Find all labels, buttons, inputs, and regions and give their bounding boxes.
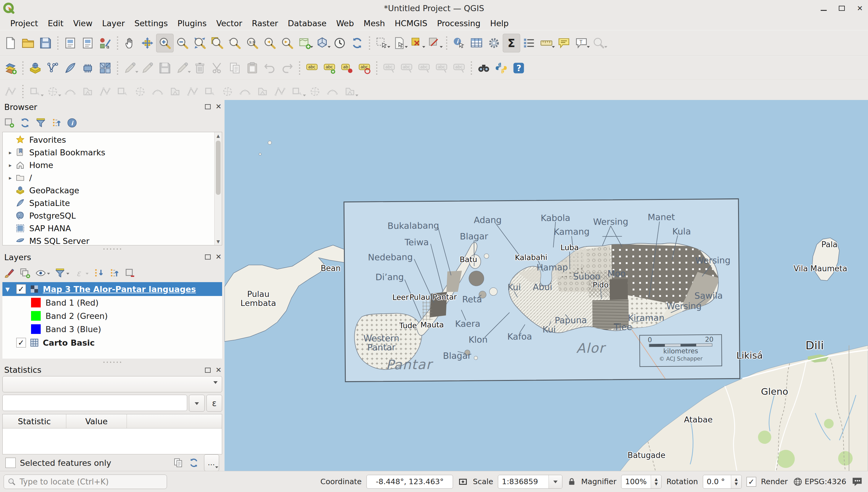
statistics-options-button[interactable]: … (204, 454, 219, 471)
open-attribute-table-button[interactable] (468, 34, 485, 52)
menu-processing[interactable]: Processing (432, 18, 485, 29)
deselect-features-button[interactable] (408, 34, 426, 52)
browser-item-geopackage[interactable]: GeoPackage (3, 184, 222, 197)
copy-move-feature-button[interactable] (44, 82, 62, 101)
select-by-value-button[interactable] (391, 34, 408, 52)
vertex-tool-button[interactable] (289, 82, 306, 101)
browser-item-favorites[interactable]: Favorites (3, 133, 222, 146)
menu-help[interactable]: Help (485, 18, 514, 29)
rotate-point-symbols-button[interactable] (306, 82, 324, 101)
delete-ring-button[interactable] (149, 82, 166, 101)
layer-row-map3[interactable]: ▼ ✓ Map 3 The Alor-Pantar languages (2, 282, 222, 296)
menu-layer[interactable]: Layer (97, 18, 130, 29)
zoom-in-button[interactable] (156, 34, 173, 52)
new-layout-button[interactable] (62, 34, 79, 52)
offset-point-symbols-button[interactable] (324, 82, 341, 101)
band-row-red[interactable]: Band 1 (Red) (2, 296, 222, 309)
zoom-next-button[interactable] (279, 34, 296, 52)
extents-toggle-icon[interactable] (458, 477, 468, 487)
move-feature-button[interactable] (26, 82, 44, 101)
fill-ring-button[interactable] (132, 82, 149, 101)
map-tips-button[interactable] (555, 34, 573, 52)
new-geopackage-button[interactable] (26, 59, 44, 77)
save-edits-button[interactable] (156, 59, 173, 77)
expression-builder-button[interactable]: ε (207, 395, 222, 412)
browser-item-sap-hana[interactable]: SAP HANA (3, 222, 222, 235)
layer-checkbox[interactable]: ✓ (16, 338, 26, 347)
new-mesh-layer-button[interactable] (79, 59, 96, 77)
toggle-editing-button[interactable] (139, 59, 156, 77)
scroll-thumb[interactable] (216, 141, 220, 195)
minimize-button[interactable] (820, 4, 828, 13)
locator-input[interactable] (19, 477, 153, 487)
zoom-to-selection-button[interactable] (209, 34, 226, 52)
filter-browser-button[interactable] (35, 117, 46, 128)
copy-features-button[interactable] (226, 59, 243, 77)
browser-float-icon[interactable] (205, 104, 211, 109)
menu-database[interactable]: Database (283, 18, 331, 29)
menu-settings[interactable]: Settings (130, 18, 173, 29)
layers-float-icon[interactable] (205, 254, 211, 260)
refresh-button[interactable] (348, 34, 366, 52)
band-row-blue[interactable]: Band 3 (Blue) (2, 322, 222, 336)
remove-layer-button[interactable] (124, 267, 136, 279)
layout-manager-button[interactable] (79, 34, 96, 52)
delete-part-button[interactable] (166, 82, 184, 101)
data-source-manager-button[interactable] (2, 59, 19, 77)
layer-list-button[interactable] (520, 34, 538, 52)
digitize-shape-button[interactable] (2, 82, 19, 101)
statistics-field-input[interactable] (2, 395, 187, 411)
add-part-button[interactable] (114, 82, 132, 101)
simplify-feature-button[interactable] (79, 82, 96, 101)
panel-splitter[interactable] (0, 248, 225, 250)
menu-mesh[interactable]: Mesh (359, 18, 390, 29)
label-move-button[interactable] (415, 59, 433, 77)
zoom-last-button[interactable] (261, 34, 279, 52)
menu-vector[interactable]: Vector (212, 18, 247, 29)
collapse-all-layers-button[interactable] (109, 267, 120, 279)
restore-button[interactable] (838, 4, 846, 13)
temporal-controller-button[interactable] (331, 34, 348, 52)
expand-arrow-icon[interactable]: ▸ (5, 175, 15, 181)
menu-view[interactable]: View (68, 18, 97, 29)
scroll-up-icon[interactable]: ▲ (217, 132, 220, 140)
value-column-header[interactable]: Value (66, 414, 127, 428)
browser-close-icon[interactable]: ✕ (215, 103, 221, 110)
menu-hcmgis[interactable]: HCMGIS (390, 18, 432, 29)
recalculate-icon[interactable] (188, 458, 199, 468)
refresh-browser-button[interactable] (19, 117, 31, 128)
expand-arrow-icon[interactable]: ▸ (5, 149, 15, 156)
statistics-float-icon[interactable] (205, 368, 211, 373)
current-edits-button[interactable] (121, 59, 139, 77)
layer-diagram-options-button[interactable] (356, 59, 373, 77)
magnifier-spinbox[interactable]: 100% ▲▼ (621, 475, 661, 489)
text-annotation-button[interactable] (573, 34, 590, 52)
browser-item-[interactable]: ▸/ (3, 171, 222, 184)
identify-features-button[interactable] (450, 34, 468, 52)
manage-map-themes-button[interactable] (35, 267, 50, 279)
rotation-spinbox[interactable]: 0.0 ° ▲▼ (703, 475, 742, 489)
new-3d-map-button[interactable] (313, 34, 331, 52)
undo-button[interactable] (261, 59, 279, 77)
copy-statistics-icon[interactable] (173, 458, 184, 468)
browser-item-spatial-bookmarks[interactable]: ▸Spatial Bookmarks (3, 146, 222, 159)
layer-diagram-button[interactable] (338, 59, 356, 77)
zoom-to-layer-button[interactable] (226, 34, 243, 52)
menu-web[interactable]: Web (331, 18, 359, 29)
style-manager-button[interactable] (96, 34, 114, 52)
pan-map-button[interactable] (121, 34, 139, 52)
spin-arrows-icon[interactable]: ▲▼ (651, 475, 661, 488)
render-checkbox[interactable]: ✓ (747, 477, 756, 487)
zoom-full-button[interactable] (191, 34, 209, 52)
open-project-button[interactable] (19, 34, 37, 52)
layer-checkbox[interactable]: ✓ (16, 284, 26, 294)
delete-selected-button[interactable] (191, 59, 209, 77)
merge-attributes-button[interactable] (271, 82, 289, 101)
split-features-button[interactable] (219, 82, 236, 101)
open-layer-styling-button[interactable] (4, 267, 15, 279)
pan-to-selection-button[interactable] (139, 34, 156, 52)
expand-arrow-icon[interactable]: ▸ (5, 162, 15, 168)
reshape-features-button[interactable] (184, 82, 201, 101)
chevron-down-icon[interactable] (548, 475, 562, 488)
filter-by-expression-button[interactable] (73, 267, 89, 279)
